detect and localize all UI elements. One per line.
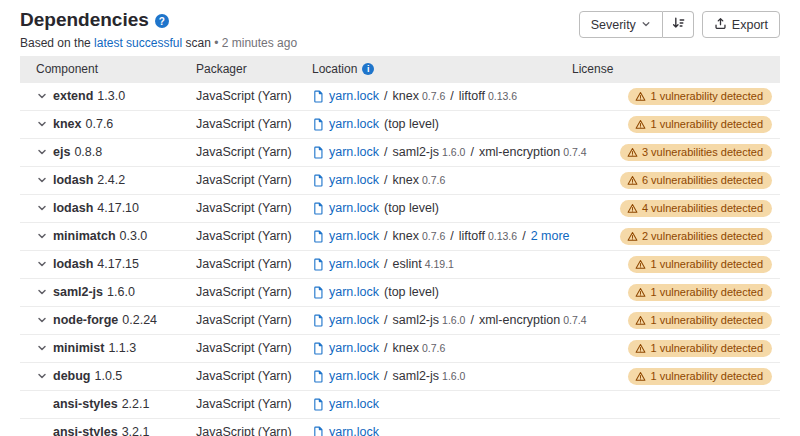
dependency-path-version: 4.19.1 (425, 258, 454, 270)
location-cell: yarn.lock/knex0.7.6 (312, 173, 572, 187)
table-row: debug1.0.5JavaScript (Yarn)yarn.lock/sam… (20, 363, 780, 391)
vulnerability-badge[interactable]: 1 vulnerability detected (628, 88, 772, 105)
vulnerability-badge[interactable]: 1 vulnerability detected (628, 256, 772, 273)
component-cell: knex0.7.6 (20, 116, 196, 132)
file-icon (312, 118, 324, 131)
dependency-path-version: 0.7.6 (422, 90, 445, 102)
file-icon (312, 370, 324, 383)
location-cell: yarn.lock(top level) (312, 117, 572, 131)
vulnerability-badge[interactable]: 1 vulnerability detected (628, 284, 772, 301)
location-file-link[interactable]: yarn.lock (329, 341, 379, 355)
component-name: lodash (53, 257, 93, 271)
vulnerability-badge-label: 1 vulnerability detected (650, 342, 763, 354)
export-button[interactable]: Export (702, 11, 780, 38)
vulnerability-badge[interactable]: 2 vulnerabilities detected (620, 228, 772, 245)
dependency-path-name: liftoff (459, 89, 485, 103)
path-separator: / (522, 229, 525, 243)
table-row: ejs0.8.8JavaScript (Yarn)yarn.lock/saml2… (20, 139, 780, 167)
component-version: 0.8.8 (74, 145, 102, 159)
location-cell: yarn.lock (312, 397, 572, 411)
location-file-link[interactable]: yarn.lock (329, 369, 379, 383)
location-file-link[interactable]: yarn.lock (329, 201, 379, 215)
badge-cell: 2 vulnerabilities detected (656, 228, 780, 245)
component-cell: minimist1.1.3 (20, 340, 196, 356)
dependency-path-name: saml2-js (393, 369, 440, 383)
dependencies-table: Component Packager Location i License ex… (20, 56, 780, 436)
component-cell: minimatch0.3.0 (20, 228, 196, 244)
location-file-link[interactable]: yarn.lock (329, 425, 379, 436)
dependency-path-version: 1.6.0 (442, 146, 465, 158)
packager-cell: JavaScript (Yarn) (196, 369, 312, 383)
row-expand-chevron-icon[interactable] (34, 228, 50, 244)
location-file-link[interactable]: yarn.lock (329, 145, 379, 159)
dependency-path-version: 0.7.6 (422, 230, 445, 242)
row-expand-chevron-icon[interactable] (34, 116, 50, 132)
component-name: extend (53, 89, 93, 103)
page-title: Dependencies (20, 9, 149, 32)
badge-cell: 1 vulnerability detected (656, 284, 780, 301)
packager-cell: JavaScript (Yarn) (196, 425, 312, 436)
row-expand-chevron-icon[interactable] (34, 256, 50, 272)
severity-dropdown-label: Severity (591, 18, 636, 32)
location-info-icon[interactable]: i (362, 63, 374, 75)
row-expand-chevron-icon[interactable] (34, 312, 50, 328)
table-row: extend1.3.0JavaScript (Yarn)yarn.lock/kn… (20, 83, 780, 111)
severity-dropdown-button[interactable]: Severity (579, 11, 663, 38)
badge-cell: 1 vulnerability detected (656, 312, 780, 329)
path-separator: / (384, 145, 387, 159)
vulnerability-badge[interactable]: 4 vulnerabilities detected (620, 200, 772, 217)
dependency-path-name: xml-encryption (479, 145, 560, 159)
vulnerability-badge[interactable]: 1 vulnerability detected (628, 312, 772, 329)
location-cell: yarn.lock(top level) (312, 201, 572, 215)
location-cell: yarn.lock/saml2-js1.6.0 (312, 369, 572, 383)
location-file-link[interactable]: yarn.lock (329, 397, 379, 411)
row-expand-chevron-icon[interactable] (34, 340, 50, 356)
location-file-link[interactable]: yarn.lock (329, 89, 379, 103)
column-header-location[interactable]: Location i (312, 62, 572, 76)
location-suffix: (top level) (384, 285, 439, 299)
table-row: minimist1.1.3JavaScript (Yarn)yarn.lock/… (20, 335, 780, 363)
component-version: 0.3.0 (120, 229, 148, 243)
dependency-path-version: 1.6.0 (442, 314, 465, 326)
vulnerability-badge-label: 4 vulnerabilities detected (642, 202, 763, 214)
row-expand-chevron-icon[interactable] (34, 200, 50, 216)
file-icon (312, 90, 324, 103)
row-expand-chevron-icon[interactable] (34, 368, 50, 384)
row-expand-chevron-icon[interactable] (34, 172, 50, 188)
component-name: debug (53, 369, 91, 383)
location-cell: yarn.lock (312, 425, 572, 436)
latest-successful-scan-link[interactable]: latest successful (94, 36, 182, 50)
column-header-license[interactable]: License (572, 62, 656, 76)
dependency-path-version: 0.7.6 (422, 174, 445, 186)
location-file-link[interactable]: yarn.lock (329, 117, 379, 131)
dependency-path-name: knex (393, 89, 419, 103)
warning-triangle-icon (627, 203, 638, 214)
vulnerability-badge[interactable]: 1 vulnerability detected (628, 340, 772, 357)
sort-direction-button[interactable] (663, 11, 694, 38)
packager-cell: JavaScript (Yarn) (196, 173, 312, 187)
row-expand-chevron-icon[interactable] (34, 284, 50, 300)
vulnerability-badge-label: 1 vulnerability detected (650, 286, 763, 298)
warning-triangle-icon (635, 287, 646, 298)
component-version: 2.2.1 (122, 397, 150, 411)
vulnerability-badge[interactable]: 1 vulnerability detected (628, 116, 772, 133)
location-file-link[interactable]: yarn.lock (329, 313, 379, 327)
badge-cell: 3 vulnerabilities detected (656, 144, 780, 161)
location-file-link[interactable]: yarn.lock (329, 257, 379, 271)
vulnerability-badge[interactable]: 1 vulnerability detected (628, 368, 772, 385)
vulnerability-badge[interactable]: 3 vulnerabilities detected (620, 144, 772, 161)
component-version: 0.2.24 (122, 313, 157, 327)
help-question-icon[interactable]: ? (155, 14, 169, 28)
table-row: lodash2.4.2JavaScript (Yarn)yarn.lock/kn… (20, 167, 780, 195)
location-file-link[interactable]: yarn.lock (329, 285, 379, 299)
row-expand-chevron-icon[interactable] (34, 144, 50, 160)
column-header-packager[interactable]: Packager (196, 62, 312, 76)
location-cell: yarn.lock/knex0.7.6/liftoff0.13.6/2 more (312, 229, 572, 243)
dependency-path-name: saml2-js (393, 145, 440, 159)
location-file-link[interactable]: yarn.lock (329, 173, 379, 187)
vulnerability-badge[interactable]: 6 vulnerabilities detected (620, 172, 772, 189)
row-expand-chevron-icon[interactable] (34, 88, 50, 104)
column-header-component[interactable]: Component (20, 62, 196, 76)
location-file-link[interactable]: yarn.lock (329, 229, 379, 243)
more-locations-link[interactable]: 2 more (531, 229, 570, 243)
